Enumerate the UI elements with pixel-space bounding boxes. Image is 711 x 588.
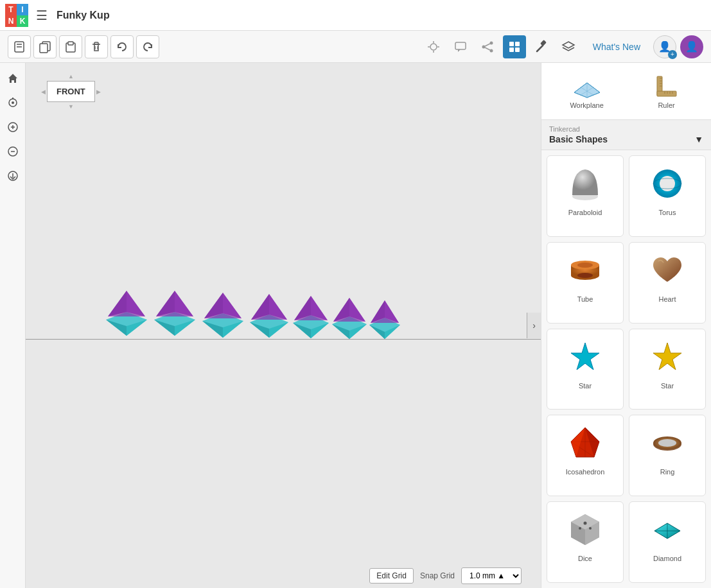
snap-value-select[interactable]: 1.0 mm ▲ 0.5 mm 0.1 mm (461, 567, 522, 584)
svg-marker-27 (563, 42, 574, 48)
svg-point-126 (584, 522, 587, 525)
shape-5 (291, 291, 331, 345)
copy-button[interactable] (33, 35, 57, 58)
edit-grid-button[interactable]: Edit Grid (369, 568, 414, 584)
svg-point-10 (430, 44, 437, 50)
torus-icon (645, 161, 690, 206)
shape-7 (368, 295, 401, 345)
svg-rect-9 (94, 42, 98, 44)
svg-rect-4 (40, 44, 48, 53)
down-arrow: ▼ (68, 103, 74, 110)
shape-ring[interactable]: Ring (629, 415, 706, 496)
shape-1 (103, 288, 151, 345)
svg-point-127 (579, 527, 581, 530)
svg-rect-6 (68, 42, 73, 45)
shapes-header: Tinkercad Basic Shapes ▼ (541, 120, 711, 150)
front-label[interactable]: FRONT (47, 81, 95, 102)
shape-2 (151, 288, 199, 345)
share-icon-btn[interactable] (476, 35, 499, 58)
shapes-category: Tinkercad (549, 125, 703, 133)
star-teal-label: Star (579, 382, 592, 390)
paraboloid-label: Paraboloid (568, 209, 602, 216)
grid-view-btn[interactable] (503, 35, 526, 58)
home-button[interactable] (3, 68, 23, 89)
star-gold-label: Star (661, 382, 674, 390)
ruler-tool[interactable]: Ruler (645, 71, 688, 112)
right-arrow-cube: ▶ (96, 89, 101, 95)
bottom-bar: Edit Grid Snap Grid 1.0 mm ▲ 0.5 mm 0.1 … (369, 564, 522, 588)
app-logo[interactable]: T I N K (5, 4, 28, 27)
main-area: ▲ ◀ FRONT ▶ ▼ (0, 63, 711, 588)
dice-icon (563, 507, 608, 552)
view-cube[interactable]: ▲ ◀ FRONT ▶ ▼ (41, 73, 101, 110)
shape-heart[interactable]: Heart (629, 242, 706, 324)
whats-new-button[interactable]: What's New (584, 38, 649, 56)
redo-button[interactable] (136, 35, 159, 58)
heart-label: Heart (659, 295, 676, 303)
shape-dice[interactable]: Dice (547, 501, 624, 583)
menu-icon: ☰ (36, 8, 48, 23)
shape-star-gold[interactable]: Star (629, 329, 706, 410)
star-teal-icon (563, 334, 608, 379)
download-button[interactable] (3, 166, 23, 186)
avatar[interactable]: 👤 (680, 35, 703, 58)
svg-rect-21 (509, 42, 514, 46)
shape-star-teal[interactable]: Star (547, 329, 624, 410)
zoom-in-button[interactable] (3, 117, 23, 137)
delete-button[interactable] (85, 35, 108, 58)
workplane-label: Workplane (570, 101, 603, 109)
comment-icon-btn[interactable] (449, 35, 472, 58)
diamond-icon (645, 507, 690, 552)
svg-point-107 (577, 273, 593, 278)
rotate-button[interactable] (3, 92, 23, 113)
right-tools: Workplane Ruler (541, 63, 711, 120)
svg-rect-90 (657, 91, 676, 96)
left-arrow: ◀ (41, 89, 46, 95)
svg-marker-74 (333, 298, 365, 322)
tube-label: Tube (577, 295, 593, 303)
add-user-button[interactable]: 👤 + (653, 35, 676, 58)
svg-rect-15 (455, 42, 466, 49)
shapes-dropdown[interactable]: Basic Shapes ▼ (549, 134, 703, 144)
shapes-grid: Paraboloid (541, 150, 711, 588)
shape-paraboloid[interactable]: Paraboloid (547, 155, 624, 237)
torus-label: Torus (659, 209, 676, 216)
dropdown-chevron: ▼ (694, 134, 703, 144)
avatar-icon: 👤 (685, 40, 698, 53)
layers-btn[interactable] (557, 35, 580, 58)
paraboloid-icon (563, 161, 608, 206)
canvas-area[interactable]: ▲ ◀ FRONT ▶ ▼ (26, 63, 541, 588)
left-panel (0, 63, 26, 588)
shape-4 (247, 289, 291, 345)
svg-line-19 (485, 44, 490, 46)
tube-icon (563, 248, 608, 293)
svg-marker-28 (8, 74, 17, 83)
shape-tube[interactable]: Tube (547, 242, 624, 324)
ring-icon (645, 420, 690, 465)
new-button[interactable] (8, 35, 31, 58)
canvas-right-arrow[interactable]: › (527, 313, 541, 338)
ring-label: Ring (660, 468, 675, 476)
shape-torus[interactable]: Torus (629, 155, 706, 237)
3d-shapes-container (103, 288, 401, 345)
dice-label: Dice (578, 555, 592, 562)
hammer-btn[interactable] (530, 35, 553, 58)
plus-badge: + (668, 50, 677, 59)
svg-rect-22 (515, 42, 520, 46)
svg-marker-44 (108, 291, 145, 316)
svg-point-18 (489, 49, 493, 52)
light-icon-btn[interactable] (422, 35, 445, 58)
zoom-out-button[interactable] (3, 141, 23, 162)
shape-diamond[interactable]: Diamond (629, 501, 706, 583)
toolbar: What's New 👤 + 👤 (0, 31, 711, 63)
svg-rect-23 (509, 48, 514, 52)
logo-i: I (17, 4, 28, 15)
undo-button[interactable] (110, 35, 134, 58)
svg-marker-68 (294, 296, 328, 320)
right-panel: Workplane Ruler (541, 63, 711, 588)
paste-button[interactable] (59, 35, 82, 58)
shape-icosahedron[interactable]: Icosahedron (547, 415, 624, 496)
svg-rect-24 (515, 48, 520, 52)
workplane-tool[interactable]: Workplane (565, 71, 608, 112)
logo-n: N (5, 15, 17, 27)
